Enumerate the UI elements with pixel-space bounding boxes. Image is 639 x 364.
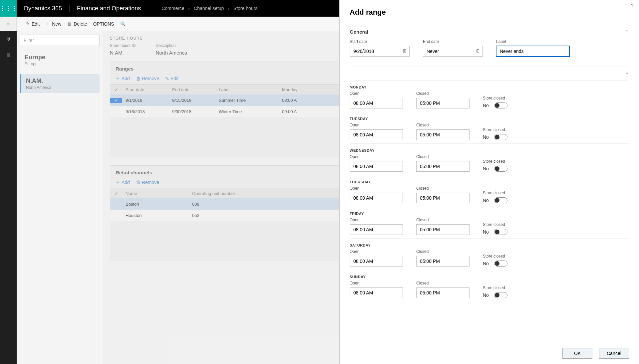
closed-label: Closed [416,249,470,254]
closed-time-input[interactable] [416,161,470,172]
day-section: WEDNESDAYOpenClosedStore closedNo [350,143,629,172]
col-start-date[interactable]: Start date [122,87,169,92]
closed-time-input[interactable] [416,193,470,203]
ranges-remove-button[interactable]: 🗑Remove [136,76,159,82]
col-monday[interactable]: Monday [279,87,319,92]
plus-icon: ＋ [116,76,120,82]
closed-time-input[interactable] [416,129,470,140]
pencil-icon: ✎ [165,76,169,81]
store-closed-toggle[interactable] [494,197,507,203]
closed-label: Closed [416,218,470,222]
store-closed-label: Store closed [483,191,507,195]
closed-time-input[interactable] [416,98,470,108]
open-time-input[interactable] [350,224,403,235]
day-section: FRIDAYOpenClosedStore closedNo [350,207,629,235]
help-icon[interactable]: ? [631,3,634,9]
cell-label: Summer Time [215,98,279,103]
calendar-icon[interactable]: 🗓 [476,48,480,54]
nav-group-title: N.AM. [26,78,95,85]
closed-time-input[interactable] [416,256,470,267]
cell-name: Houston [122,213,189,218]
open-time-input[interactable] [350,193,403,203]
app-launcher-icon[interactable]: ⋮⋮⋮ [0,0,17,17]
checkbox-header[interactable]: ✓ [110,87,122,92]
ranges-add-button[interactable]: ＋Add [116,76,130,82]
panel-title: Add range [340,0,639,20]
filter-icon[interactable]: ⧩ [6,37,11,43]
delete-button[interactable]: 🗑Delete [67,21,87,27]
nav-group-sub: Europe [25,62,95,66]
description-value: North America [156,50,187,56]
row-checkbox[interactable]: ✓ [110,98,122,103]
crumb-2[interactable]: Store hours [233,6,257,11]
store-closed-toggle[interactable] [494,166,507,172]
new-button[interactable]: ＋New [46,21,61,27]
calendar-icon[interactable]: 🗓 [402,48,407,54]
day-section: MONDAYOpenClosedStore closedNo [350,80,629,108]
col-label[interactable]: Label [215,87,279,92]
nav-group-sub: North America [26,85,95,90]
col-operating-unit[interactable]: Operating unit number [189,191,262,196]
crumb-0[interactable]: Commerce [161,6,184,11]
store-closed-toggle[interactable] [494,134,507,140]
store-closed-value: No [483,134,489,140]
chevron-right-icon: › [225,6,232,11]
open-label: Open [350,154,403,159]
open-label: Open [350,281,403,285]
open-time-input[interactable] [350,98,403,108]
open-time-input[interactable] [350,256,403,267]
plus-icon: ＋ [116,179,120,185]
brand-label: Dynamics 365 [17,5,69,12]
closed-time-input[interactable] [416,287,470,298]
store-closed-label: Store closed [483,127,507,132]
label-input[interactable] [496,46,569,57]
store-closed-toggle[interactable] [494,261,507,267]
store-id-value: N.AM. [110,50,136,56]
col-name[interactable]: Name [122,191,189,196]
day-section: THURSDAYOpenClosedStore closedNo [350,175,629,203]
open-label: Open [350,91,403,96]
store-closed-toggle[interactable] [494,292,507,298]
store-closed-value: No [483,261,489,266]
nav-toggle-icon[interactable]: ≡ [0,17,17,31]
chevron-up-icon[interactable]: ⌃ [625,72,629,77]
open-label: Open [350,218,403,222]
channels-remove-button[interactable]: 🗑Remove [136,179,159,185]
day-heading: FRIDAY [350,212,629,216]
closed-label: Closed [416,123,470,127]
options-button[interactable]: OPTIONS [93,21,114,27]
cell-start: 9/16/2018 [122,109,169,114]
nav-group-nam[interactable]: N.AM. North America [20,74,100,93]
checkbox-header[interactable]: ✓ [110,191,122,196]
start-date-input[interactable] [350,46,410,57]
crumb-1[interactable]: Channel setup [194,6,224,11]
trash-icon: 🗑 [136,76,141,81]
search-button[interactable]: 🔍 [120,21,126,26]
nav-group-europe[interactable]: Europe Europe [20,51,100,70]
store-closed-toggle[interactable] [494,102,507,108]
cell-op: 052 [189,213,262,218]
store-closed-value: No [483,229,489,235]
cell-op: 039 [189,202,262,207]
edit-button[interactable]: ✎Edit [26,21,40,27]
ranges-edit-button[interactable]: ✎Edit [165,76,178,82]
channels-add-button[interactable]: ＋Add [116,179,130,185]
nav-panel: Europe Europe N.AM. North America [17,31,103,364]
store-closed-toggle[interactable] [494,229,507,235]
end-date-input[interactable] [423,46,483,57]
day-heading: TUESDAY [350,117,629,121]
ok-button[interactable]: OK [562,348,592,359]
filter-input[interactable] [20,35,100,46]
breadcrumb: Commerce › Channel setup › Store hours [148,6,257,11]
store-closed-label: Store closed [483,285,507,290]
left-rail: ≡ ⧩ ≣ [0,17,17,364]
open-time-input[interactable] [350,287,403,298]
col-end-date[interactable]: End date [169,87,215,92]
open-label: Open [350,186,403,191]
open-time-input[interactable] [350,129,403,140]
chevron-up-icon[interactable]: ⌃ [625,29,629,35]
open-time-input[interactable] [350,161,403,172]
closed-time-input[interactable] [416,224,470,235]
cancel-button[interactable]: Cancel [599,348,629,359]
list-icon[interactable]: ≣ [6,52,11,58]
